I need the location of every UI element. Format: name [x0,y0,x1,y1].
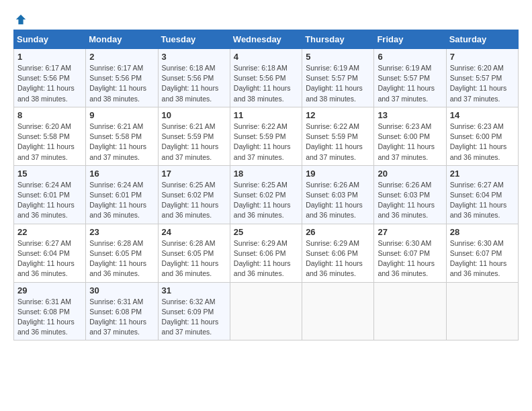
day-number: 17 [162,169,226,179]
svg-marker-0 [16,15,26,24]
calendar-week-2: 8 Sunrise: 6:20 AMSunset: 5:58 PMDayligh… [14,107,519,165]
calendar-cell: 20 Sunrise: 6:26 AMSunset: 6:03 PMDaylig… [374,165,446,224]
calendar-week-4: 22 Sunrise: 6:27 AMSunset: 6:04 PMDaylig… [14,224,519,282]
day-info: Sunrise: 6:32 AMSunset: 6:09 PMDaylight:… [162,298,219,336]
day-info: Sunrise: 6:30 AMSunset: 6:07 PMDaylight:… [378,239,435,278]
day-info: Sunrise: 6:26 AMSunset: 6:03 PMDaylight:… [306,181,363,220]
day-number: 8 [17,110,82,120]
day-number: 31 [162,285,226,295]
calendar-cell: 14 Sunrise: 6:23 AMSunset: 6:00 PMDaylig… [446,107,518,165]
calendar-week-5: 29 Sunrise: 6:31 AMSunset: 6:08 PMDaylig… [14,282,519,340]
day-number: 14 [450,110,515,120]
day-info: Sunrise: 6:22 AMSunset: 5:59 PMDaylight:… [306,122,363,161]
day-number: 16 [89,169,154,179]
calendar-week-3: 15 Sunrise: 6:24 AMSunset: 6:01 PMDaylig… [14,165,519,224]
calendar-cell: 28 Sunrise: 6:30 AMSunset: 6:07 PMDaylig… [446,224,518,282]
day-number: 6 [378,52,442,62]
day-number: 25 [234,227,298,237]
calendar-cell: 21 Sunrise: 6:27 AMSunset: 6:04 PMDaylig… [446,165,518,224]
day-info: Sunrise: 6:18 AMSunset: 5:56 PMDaylight:… [162,64,219,103]
calendar-cell: 25 Sunrise: 6:29 AMSunset: 6:06 PMDaylig… [230,224,302,282]
day-info: Sunrise: 6:22 AMSunset: 5:59 PMDaylight:… [234,122,291,161]
calendar-cell: 5 Sunrise: 6:19 AMSunset: 5:57 PMDayligh… [302,49,374,107]
day-number: 10 [162,110,226,120]
day-info: Sunrise: 6:29 AMSunset: 6:06 PMDaylight:… [306,239,363,278]
calendar-table: SundayMondayTuesdayWednesdayThursdayFrid… [13,30,519,340]
day-number: 27 [378,227,442,237]
calendar-cell: 31 Sunrise: 6:32 AMSunset: 6:09 PMDaylig… [158,282,230,340]
day-info: Sunrise: 6:23 AMSunset: 6:00 PMDaylight:… [378,122,435,161]
calendar-week-1: 1 Sunrise: 6:17 AMSunset: 5:56 PMDayligh… [14,49,519,107]
calendar-cell: 27 Sunrise: 6:30 AMSunset: 6:07 PMDaylig… [374,224,446,282]
day-number: 23 [89,227,154,237]
day-number: 5 [306,52,370,62]
day-info: Sunrise: 6:17 AMSunset: 5:56 PMDaylight:… [17,64,75,103]
calendar-cell: 7 Sunrise: 6:20 AMSunset: 5:57 PMDayligh… [446,49,518,107]
day-info: Sunrise: 6:30 AMSunset: 6:07 PMDaylight:… [450,239,507,278]
day-info: Sunrise: 6:23 AMSunset: 6:00 PMDaylight:… [450,122,507,161]
calendar-cell [230,282,302,340]
day-info: Sunrise: 6:28 AMSunset: 6:05 PMDaylight:… [89,239,146,278]
day-number: 7 [450,52,515,62]
day-number: 30 [89,285,154,295]
day-number: 21 [450,169,515,179]
day-number: 28 [450,227,515,237]
day-header-friday: Friday [374,30,446,49]
calendar-cell [374,282,446,340]
day-number: 9 [89,110,154,120]
calendar-cell: 23 Sunrise: 6:28 AMSunset: 6:05 PMDaylig… [86,224,158,282]
calendar-cell: 2 Sunrise: 6:17 AMSunset: 5:56 PMDayligh… [86,49,158,107]
day-number: 12 [306,110,370,120]
day-info: Sunrise: 6:31 AMSunset: 6:08 PMDaylight:… [89,298,146,336]
calendar-cell: 18 Sunrise: 6:25 AMSunset: 6:02 PMDaylig… [230,165,302,224]
day-number: 13 [378,110,442,120]
calendar-cell [446,282,518,340]
day-header-monday: Monday [86,30,158,49]
day-number: 22 [17,227,82,237]
day-info: Sunrise: 6:27 AMSunset: 6:04 PMDaylight:… [450,181,507,220]
page-header [13,13,519,23]
day-number: 11 [234,110,298,120]
day-info: Sunrise: 6:29 AMSunset: 6:06 PMDaylight:… [234,239,291,278]
day-info: Sunrise: 6:28 AMSunset: 6:05 PMDaylight:… [162,239,219,278]
day-info: Sunrise: 6:25 AMSunset: 6:02 PMDaylight:… [234,181,291,220]
calendar-header: SundayMondayTuesdayWednesdayThursdayFrid… [14,30,519,49]
day-header-thursday: Thursday [302,30,374,49]
calendar-cell: 3 Sunrise: 6:18 AMSunset: 5:56 PMDayligh… [158,49,230,107]
day-number: 4 [234,52,298,62]
day-info: Sunrise: 6:24 AMSunset: 6:01 PMDaylight:… [89,181,146,220]
calendar-cell: 30 Sunrise: 6:31 AMSunset: 6:08 PMDaylig… [86,282,158,340]
day-info: Sunrise: 6:20 AMSunset: 5:57 PMDaylight:… [450,64,507,103]
calendar-cell: 8 Sunrise: 6:20 AMSunset: 5:58 PMDayligh… [14,107,86,165]
calendar-cell: 13 Sunrise: 6:23 AMSunset: 6:00 PMDaylig… [374,107,446,165]
calendar-cell: 10 Sunrise: 6:21 AMSunset: 5:59 PMDaylig… [158,107,230,165]
day-number: 2 [89,52,154,62]
day-info: Sunrise: 6:25 AMSunset: 6:02 PMDaylight:… [162,181,219,220]
calendar-cell: 16 Sunrise: 6:24 AMSunset: 6:01 PMDaylig… [86,165,158,224]
calendar-cell: 1 Sunrise: 6:17 AMSunset: 5:56 PMDayligh… [14,49,86,107]
calendar-cell: 26 Sunrise: 6:29 AMSunset: 6:06 PMDaylig… [302,224,374,282]
logo [13,13,27,23]
calendar-cell [302,282,374,340]
day-info: Sunrise: 6:24 AMSunset: 6:01 PMDaylight:… [17,181,75,220]
day-header-saturday: Saturday [446,30,518,49]
day-info: Sunrise: 6:20 AMSunset: 5:58 PMDaylight:… [17,122,75,161]
day-number: 18 [234,169,298,179]
calendar-cell: 11 Sunrise: 6:22 AMSunset: 5:59 PMDaylig… [230,107,302,165]
day-info: Sunrise: 6:27 AMSunset: 6:04 PMDaylight:… [17,239,75,278]
calendar-cell: 6 Sunrise: 6:19 AMSunset: 5:57 PMDayligh… [374,49,446,107]
calendar-cell: 17 Sunrise: 6:25 AMSunset: 6:02 PMDaylig… [158,165,230,224]
day-info: Sunrise: 6:26 AMSunset: 6:03 PMDaylight:… [378,181,435,220]
calendar-cell: 24 Sunrise: 6:28 AMSunset: 6:05 PMDaylig… [158,224,230,282]
logo-icon [15,13,27,26]
calendar-cell: 19 Sunrise: 6:26 AMSunset: 6:03 PMDaylig… [302,165,374,224]
day-info: Sunrise: 6:31 AMSunset: 6:08 PMDaylight:… [17,298,75,336]
day-info: Sunrise: 6:21 AMSunset: 5:59 PMDaylight:… [162,122,219,161]
day-number: 29 [17,285,82,295]
day-header-wednesday: Wednesday [230,30,302,49]
day-number: 20 [378,169,442,179]
day-number: 24 [162,227,226,237]
calendar-cell: 12 Sunrise: 6:22 AMSunset: 5:59 PMDaylig… [302,107,374,165]
day-number: 26 [306,227,370,237]
day-number: 15 [17,169,82,179]
